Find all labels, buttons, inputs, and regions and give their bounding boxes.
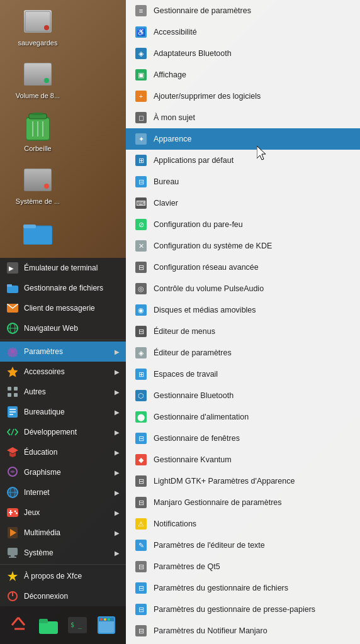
desktop-icons: sauvegardes Volume de 8...: [13, 6, 63, 250]
submenu-icon-config-parefeu: ⊘: [135, 218, 147, 231]
sidebar-item-parametres[interactable]: Paramètres ▶: [0, 341, 126, 362]
submenu-icon-gestionnaire-fenetres: ⊟: [135, 432, 147, 445]
sidebar-item-apropos[interactable]: À propos de Xfce: [0, 566, 126, 586]
svg-text:⊞: ⊞: [138, 370, 144, 378]
svg-rect-28: [14, 393, 18, 397]
submenu-item-gestionnaire-fenetres[interactable]: ⊟ Gestionnaire de fenêtres: [126, 428, 360, 449]
sidebar-item-developpement[interactable]: Développement ▶: [0, 422, 126, 442]
submenu-item-disques[interactable]: ◉ Disques et médias amovibles: [126, 299, 360, 321]
submenu-label-gestionnaire-alimentation: Gestionnaire d'alimentation: [154, 413, 249, 421]
svg-text:⊟: ⊟: [138, 435, 144, 442]
submenu-item-ajouter-logiciels[interactable]: + Ajouter/supprimer des logiciels: [126, 86, 360, 107]
svg-text:♿: ♿: [137, 28, 145, 36]
submenu-item-gestionnaire-params[interactable]: ≡ Gestionnaire de paramètres: [126, 0, 360, 21]
sidebar-item-graphisme[interactable]: Graphisme ▶: [0, 462, 126, 482]
desktop-icon-volume[interactable]: Volume de 8...: [13, 59, 63, 99]
submenu-label-clavier: Clavier: [154, 199, 178, 208]
submenu-item-params-editeur-texte[interactable]: ✎ Paramètres de l'éditeur de texte: [126, 535, 360, 556]
sidebar-item-jeux[interactable]: Jeux ▶: [0, 502, 126, 523]
submenu-item-clavier[interactable]: ⌨ Clavier: [126, 192, 360, 214]
sidebar-item-messagerie-label: Client de messagerie: [24, 304, 120, 313]
svg-point-130: [108, 618, 110, 621]
arrow-icon-accessoires: ▶: [115, 369, 120, 375]
submenu-icon-gestionnaire-alimentation: ⬤: [135, 411, 147, 423]
arrow-icon-education: ▶: [115, 449, 120, 456]
submenu-icon-params-editeur-texte: ✎: [135, 539, 147, 552]
desktop-icon-folder[interactable]: [13, 218, 63, 250]
submenu-label-notifications: Notifications: [154, 519, 196, 528]
submenu-item-gestionnaire-kvantum[interactable]: ◆ Gestionnaire Kvantum: [126, 449, 360, 470]
sidebar-item-autres[interactable]: Autres ▶: [0, 382, 126, 402]
submenu-icon-disques: ◉: [135, 304, 147, 316]
taskbar-xfce[interactable]: [7, 613, 32, 638]
submenu-item-params-gestionnaire-fichiers[interactable]: ⊟ Paramètres du gestionnaire de fichiers: [126, 577, 360, 599]
submenu-item-params-terminal[interactable]: ▶ Paramètres du terminal Xfce: [126, 641, 360, 644]
edu-icon: [6, 446, 19, 458]
sidebar-item-multimedia[interactable]: Multimédia ▶: [0, 523, 126, 543]
sidebar-menu: ▶ Émulateur de terminal Gestionnaire de …: [0, 258, 126, 606]
desktop-icon-sauvegardes[interactable]: sauvegardes: [13, 6, 63, 47]
submenu-item-controle-volume[interactable]: ◎ Contrôle du volume PulseAudio: [126, 278, 360, 299]
submenu-item-lightdm[interactable]: ⊟ LightDM GTK+ Paramètres d'Apparence: [126, 470, 360, 492]
svg-text:⊟: ⊟: [138, 178, 144, 186]
submenu-item-a-mon-sujet[interactable]: ◻ À mon sujet: [126, 107, 360, 128]
svg-text:⊟: ⊟: [138, 606, 144, 613]
sidebar-item-emulateur[interactable]: ▶ Émulateur de terminal: [0, 258, 126, 278]
taskbar-browser[interactable]: [94, 613, 119, 638]
submenu-label-config-reseau: Configuration réseau avancée: [154, 263, 259, 272]
submenu-label-manjaro-params: Manjaro Gestionnaire de paramètres: [154, 498, 282, 507]
submenu-item-gestionnaire-bluetooth[interactable]: ⬡ Gestionnaire Bluetooth: [126, 385, 360, 406]
submenu-label-editeur-menus: Éditeur de menus: [154, 327, 215, 336]
submenu-label-applications-defaut: Applications par défaut: [154, 156, 233, 165]
submenu-label-lightdm: LightDM GTK+ Paramètres d'Apparence: [154, 477, 295, 486]
sidebar-item-systeme[interactable]: Système ▶: [0, 543, 126, 563]
submenu-item-espaces-travail[interactable]: ⊞ Espaces de travail: [126, 364, 360, 385]
submenu-item-gestionnaire-alimentation[interactable]: ⬤ Gestionnaire d'alimentation: [126, 406, 360, 428]
sidebar-item-accessoires[interactable]: Accessoires ▶: [0, 362, 126, 382]
submenu-item-accessibilite[interactable]: ♿ Accessibilité: [126, 21, 360, 43]
svg-rect-26: [14, 387, 18, 391]
submenu-item-params-notifieur[interactable]: ⊟ Paramètres du Notifieur Manjaro: [126, 620, 360, 641]
svg-text:◆: ◆: [138, 456, 144, 464]
submenu-label-editeur-params: Éditeur de paramètres: [154, 348, 232, 357]
sidebar-item-internet[interactable]: Internet ▶: [0, 482, 126, 502]
sidebar-item-fichiers[interactable]: Gestionnaire de fichiers: [0, 278, 126, 298]
submenu-item-manjaro-params[interactable]: ⊟ Manjaro Gestionnaire de paramètres: [126, 492, 360, 513]
desktop-icon-corbeille-label: Corbeille: [24, 145, 51, 152]
submenu-item-config-reseau[interactable]: ⊟ Configuration réseau avancée: [126, 257, 360, 278]
game-icon: [6, 506, 19, 519]
sidebar-item-systeme-label: Système: [24, 548, 115, 557]
desktop: sauvegardes Volume de 8...: [0, 0, 360, 644]
sidebar-item-education[interactable]: Éducation ▶: [0, 442, 126, 462]
submenu-icon-controle-volume: ◎: [135, 282, 147, 295]
arrow-icon-parametres: ▶: [115, 348, 120, 355]
submenu-item-config-parefeu[interactable]: ⊘ Configuration du pare-feu: [126, 214, 360, 235]
submenu-item-params-qt5[interactable]: ⊟ Paramètres de Qt5: [126, 556, 360, 577]
svg-point-129: [104, 618, 106, 621]
sidebar-item-deconnexion[interactable]: Déconnexion: [0, 586, 126, 606]
submenu-item-params-presse-papiers[interactable]: ⊟ Paramètres du gestionnaire de presse-p…: [126, 599, 360, 620]
sidebar-item-web[interactable]: Navigateur Web: [0, 318, 126, 338]
taskbar-terminal[interactable]: $ _: [65, 613, 90, 638]
sidebar-item-bureautique[interactable]: Bureautique ▶: [0, 402, 126, 422]
svg-text:≡: ≡: [139, 7, 143, 14]
submenu-item-editeur-menus[interactable]: ⊟ Éditeur de menus: [126, 321, 360, 342]
submenu-item-config-kde[interactable]: ✕ Configuration du système de KDE: [126, 235, 360, 257]
submenu-item-affichage[interactable]: ▣ Affichage: [126, 64, 360, 86]
submenu-item-bureau[interactable]: ⊟ Bureau: [126, 171, 360, 192]
submenu-item-editeur-params[interactable]: ◈ Éditeur de paramètres: [126, 342, 360, 364]
submenu-item-bluetooth-adapt[interactable]: ◈ Adaptateurs Bluetooth: [126, 43, 360, 64]
submenu-icon-editeur-menus: ⊟: [135, 325, 147, 338]
code-icon: [6, 426, 19, 438]
sidebar-item-messagerie[interactable]: Client de messagerie: [0, 298, 126, 318]
submenu-item-applications-defaut[interactable]: ⊞ Applications par défaut: [126, 150, 360, 171]
desktop-icon-systeme[interactable]: Système de ...: [13, 165, 63, 205]
submenu-label-gestionnaire-fenetres: Gestionnaire de fenêtres: [154, 434, 240, 443]
submenu-item-apparence[interactable]: ✦ Apparence: [126, 128, 360, 150]
music-icon: [6, 526, 19, 539]
submenu-item-notifications[interactable]: ⚠ Notifications: [126, 513, 360, 535]
submenu-icon-params-qt5: ⊟: [135, 560, 147, 573]
taskbar-files[interactable]: [36, 613, 61, 638]
desktop-icon-corbeille[interactable]: Corbeille: [13, 112, 63, 152]
submenu-icon-params-notifieur: ⊟: [135, 625, 147, 637]
